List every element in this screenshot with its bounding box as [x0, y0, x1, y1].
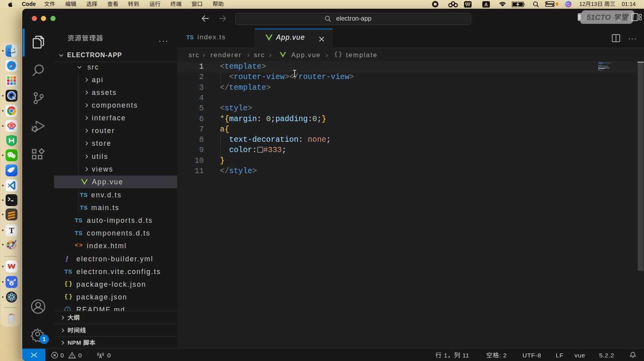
svg-text:T: T	[9, 226, 14, 235]
svg-text:A: A	[484, 2, 488, 7]
